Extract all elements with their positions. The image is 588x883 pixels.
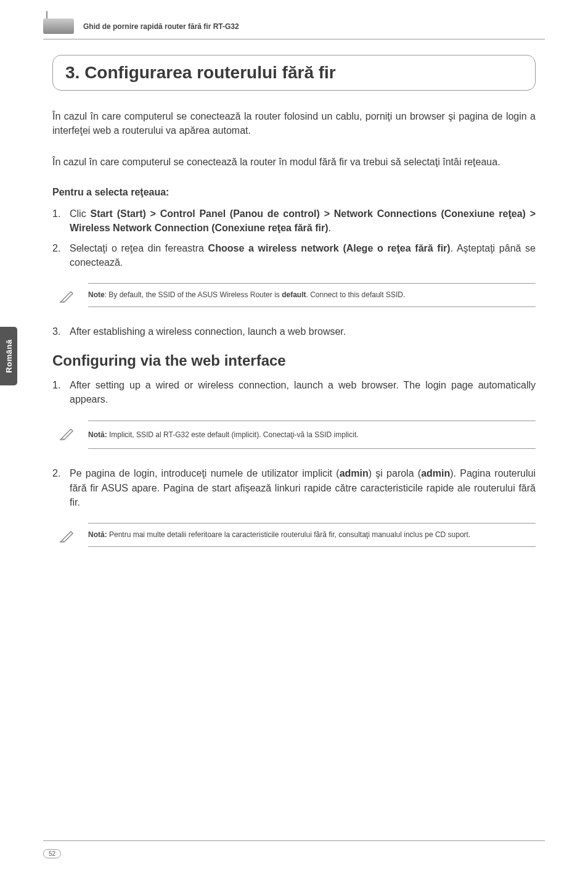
note-body: Implicit, SSID al RT-G32 este default (i… — [107, 430, 359, 439]
list-item: 1. After setting up a wired or wireless … — [52, 378, 536, 406]
h2-configuring: Configuring via the web interface — [52, 352, 536, 369]
list-text-bold: Start (Start) > Control Panel (Panou de … — [70, 208, 536, 233]
list-number: 3. — [52, 324, 60, 339]
list-item: 2. Selectaţi o reţea din fereastra Choos… — [52, 241, 536, 269]
footer: 52 — [43, 840, 545, 858]
list-item: 1. Clic Start (Start) > Control Panel (P… — [52, 207, 536, 235]
note-body: : By default, the SSID of the ASUS Wirel… — [105, 290, 282, 299]
note-text: Notă: Pentru mai multe detalii referitoa… — [88, 523, 536, 547]
note-block-2: Notă: Implicit, SSID al RT-G32 este defa… — [52, 421, 536, 450]
list-text-prefix: Pe pagina de login, introduceţi numele d… — [70, 468, 340, 478]
section-title-box: 3. Configurarea routerului fără fir — [52, 55, 536, 91]
language-tab: Română — [0, 327, 17, 385]
numbered-list-1: 1. Clic Start (Start) > Control Panel (P… — [52, 207, 536, 270]
list-text-bold: Choose a wireless network (Alege o reţea… — [208, 243, 451, 253]
pencil-icon — [57, 527, 76, 545]
note-text: Notă: Implicit, SSID al RT-G32 este defa… — [88, 421, 536, 450]
numbered-list-2: 3. After establishing a wireless connect… — [52, 324, 536, 339]
list-text-suffix: . — [329, 223, 331, 233]
paragraph-1: În cazul în care computerul se conecteaz… — [52, 109, 536, 138]
list-number: 1. — [52, 378, 60, 392]
numbered-list-3: 1. After setting up a wired or wireless … — [52, 378, 536, 406]
paragraph-2: În cazul în care computerul se conecteaz… — [52, 155, 536, 169]
footer-divider — [43, 840, 545, 841]
note-suffix: . Connect to this default SSID. — [306, 290, 405, 299]
list-text-mid: ) şi parola ( — [369, 468, 421, 478]
list-item: 3. After establishing a wireless connect… — [52, 324, 536, 339]
note-block-1: Note: By default, the SSID of the ASUS W… — [52, 283, 536, 307]
list-item: 2. Pe pagina de login, introduceţi numel… — [52, 466, 536, 509]
note-block-3: Notă: Pentru mai multe detalii referitoa… — [52, 523, 536, 547]
note-body: Pentru mai multe detalii referitoare la … — [107, 530, 471, 539]
page-number: 52 — [43, 849, 61, 858]
note-bold: default — [282, 290, 306, 299]
list-number: 1. — [52, 207, 60, 221]
list-text-bold2: admin — [421, 468, 450, 478]
router-icon — [43, 18, 74, 34]
header-title: Ghid de pornire rapidă router fără fir R… — [83, 22, 239, 31]
numbered-list-4: 2. Pe pagina de login, introduceţi numel… — [52, 466, 536, 509]
list-number: 2. — [52, 241, 60, 255]
note-label: Notă: — [88, 530, 107, 539]
list-number: 2. — [52, 466, 60, 480]
note-text: Note: By default, the SSID of the ASUS W… — [88, 283, 536, 307]
list-text: After setting up a wired or wireless con… — [70, 380, 536, 405]
language-tab-label: Română — [4, 339, 14, 372]
list-text: After establishing a wireless connection… — [70, 326, 346, 337]
list-text-prefix: Selectaţi o reţea din fereastra — [70, 243, 208, 253]
pencil-icon — [57, 287, 76, 305]
note-label: Note — [88, 290, 105, 299]
pencil-icon — [57, 424, 76, 443]
subheading-select-network: Pentru a selecta reţeaua: — [52, 187, 536, 198]
list-text-prefix: Clic — [70, 208, 90, 219]
note-label: Notă: — [88, 430, 107, 439]
header-divider — [43, 39, 545, 39]
list-text-bold1: admin — [340, 468, 369, 478]
section-title: 3. Configurarea routerului fără fir — [65, 63, 523, 83]
